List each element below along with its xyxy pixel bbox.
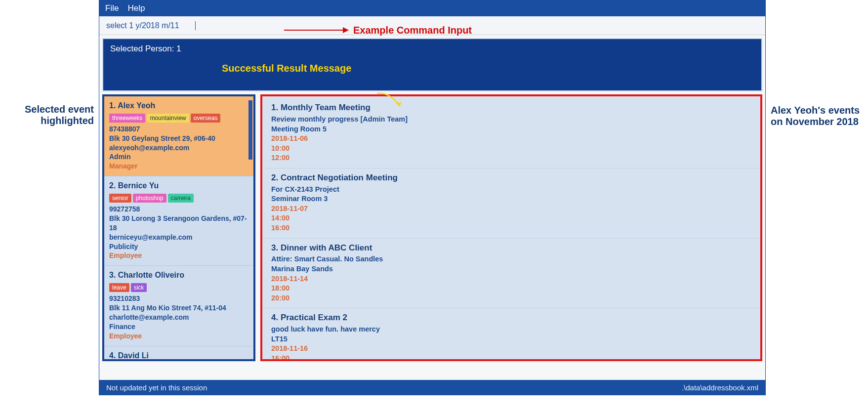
statusbar: Not updated yet in this session .\data\a… xyxy=(99,380,765,395)
event-desc: good luck have fun. have mercy xyxy=(271,325,751,334)
content-row: 1. Alex Yeohthreeweeksmountainviewoverse… xyxy=(99,94,765,361)
event-location: LT15 xyxy=(271,334,751,344)
event-location: Marina Bay Sands xyxy=(271,264,751,274)
tag-row: seniorphotoshopcamera xyxy=(109,193,248,203)
person-email: alexyeoh@example.com xyxy=(109,143,248,153)
person-card[interactable]: 2. Bernice Yuseniorphotoshopcamera992727… xyxy=(104,176,253,266)
person-role: Manager xyxy=(109,162,248,171)
event-start: 16:00 xyxy=(271,354,751,361)
person-card[interactable]: 4. David LiUKexchange91031282Blk 436 Ser… xyxy=(104,346,253,361)
result-panel: Selected Person: 1 Successful Result Mes… xyxy=(102,38,762,91)
person-title: 3. Charlotte Oliveiro xyxy=(109,270,248,281)
event-title: 3. Dinner with ABC Client xyxy=(271,243,751,254)
tag: threeweeks xyxy=(109,114,145,123)
menu-help[interactable]: Help xyxy=(127,3,145,13)
person-card[interactable]: 1. Alex Yeohthreeweeksmountainviewoverse… xyxy=(104,96,253,176)
tag: camera xyxy=(168,194,194,203)
event-desc: Review monthly progress [Admin Team] xyxy=(271,115,751,125)
event-title: 1. Monthly Team Meeting xyxy=(271,102,751,114)
person-dept: Admin xyxy=(109,152,248,162)
event-date: 2018-11-16 xyxy=(271,344,751,354)
tag: overseas xyxy=(191,114,221,123)
event-end: 20:00 xyxy=(271,293,751,303)
person-address: Blk 30 Lorong 3 Serangoon Gardens, #07-1… xyxy=(109,214,248,233)
event-start: 10:00 xyxy=(271,144,751,154)
text-caret xyxy=(195,21,196,30)
annotation-command-label: Example Command Input xyxy=(353,25,472,36)
event-desc: Attire: Smart Casual. No Sandles xyxy=(271,254,751,264)
person-email: berniceyu@example.com xyxy=(109,233,248,242)
annotation-result-label: Successful Result Message xyxy=(222,63,351,74)
tag: senior xyxy=(109,194,131,203)
person-list-panel[interactable]: 1. Alex Yeohthreeweeksmountainviewoverse… xyxy=(102,94,255,361)
event-start: 14:00 xyxy=(271,213,751,223)
event-date: 2018-11-07 xyxy=(271,204,751,214)
result-text: Selected Person: 1 xyxy=(110,44,181,53)
annotation-left: Selected event highlighted xyxy=(5,104,94,126)
tag: sick xyxy=(131,283,147,292)
person-role: Employee xyxy=(109,332,248,341)
event-card[interactable]: 2. Contract Negotiation MeetingFor CX-21… xyxy=(262,168,760,238)
event-title: 4. Practical Exam 2 xyxy=(271,312,751,324)
menu-file[interactable]: File xyxy=(105,3,119,13)
event-location: Seminar Room 3 xyxy=(271,194,751,204)
event-location: Meeting Room 5 xyxy=(271,125,751,134)
person-card[interactable]: 3. Charlotte Oliveiroleavesick93210283Bl… xyxy=(104,266,253,346)
event-start: 18:00 xyxy=(271,284,751,293)
status-right: .\data\addressbook.xml xyxy=(682,383,758,392)
tag: photoshop xyxy=(133,194,166,203)
person-dept: Publicity xyxy=(109,242,248,251)
person-dept: Finance xyxy=(109,322,248,332)
event-card[interactable]: 4. Practical Exam 2good luck have fun. h… xyxy=(262,308,760,361)
person-address: Blk 11 Ang Mo Kio Street 74, #11-04 xyxy=(109,303,248,313)
event-desc: For CX-2143 Project xyxy=(271,185,751,195)
events-panel[interactable]: 1. Monthly Team MeetingReview monthly pr… xyxy=(260,94,762,361)
arrow-yellow-icon xyxy=(376,92,406,110)
person-address: Blk 30 Geylang Street 29, #06-40 xyxy=(109,134,248,143)
arrow-red-icon xyxy=(284,30,348,31)
app-window: File Help select 1 y/2018 m/11 Selected … xyxy=(99,0,766,395)
event-card[interactable]: 3. Dinner with ABC ClientAttire: Smart C… xyxy=(262,238,760,308)
scrollbar-thumb[interactable] xyxy=(248,100,252,160)
annotation-right: Alex Yeoh's events on November 2018 xyxy=(771,105,865,127)
event-card[interactable]: 1. Monthly Team MeetingReview monthly pr… xyxy=(262,98,760,168)
person-phone: 93210283 xyxy=(109,294,248,303)
person-email: charlotte@example.com xyxy=(109,313,248,322)
status-left: Not updated yet in this session xyxy=(106,383,207,392)
tag-row: leavesick xyxy=(109,283,248,292)
person-phone: 87438807 xyxy=(109,125,248,134)
event-end: 12:00 xyxy=(271,153,751,163)
tag: mountainview xyxy=(147,114,189,123)
event-end: 16:00 xyxy=(271,223,751,233)
command-input[interactable]: select 1 y/2018 m/11 xyxy=(106,21,195,30)
person-title: 2. Bernice Yu xyxy=(109,180,248,191)
event-date: 2018-11-06 xyxy=(271,134,751,144)
person-phone: 99272758 xyxy=(109,205,248,214)
event-title: 2. Contract Negotiation Meeting xyxy=(271,172,751,184)
tag: leave xyxy=(109,283,129,292)
tag-row: threeweeksmountainviewoverseas xyxy=(109,113,248,123)
menubar: File Help xyxy=(99,0,765,16)
person-title: 4. David Li xyxy=(109,350,248,361)
person-role: Employee xyxy=(109,251,248,260)
event-date: 2018-11-14 xyxy=(271,274,751,284)
person-title: 1. Alex Yeoh xyxy=(109,100,248,111)
